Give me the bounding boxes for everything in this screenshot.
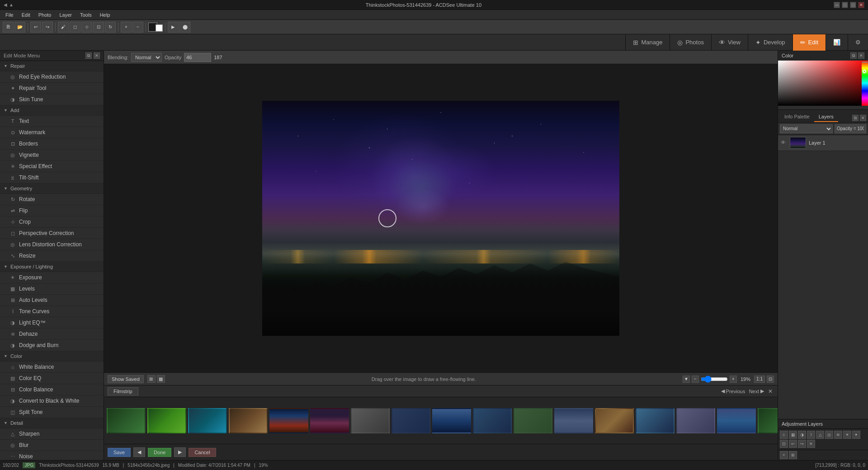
adj-btn-2[interactable]: ▦ (789, 431, 797, 439)
menu-special-effect[interactable]: ✳ Special Effect (0, 161, 104, 172)
menu-edit[interactable]: Edit (18, 11, 34, 19)
panel-float-btn[interactable]: ⧉ (85, 52, 92, 59)
tab-layers[interactable]: Layers (814, 112, 838, 122)
crop-tool[interactable]: ⊡ (93, 22, 104, 33)
adj-btn-9[interactable]: ✦ (852, 431, 860, 439)
play-btn[interactable]: ▶ (168, 22, 179, 33)
canvas-area[interactable] (104, 64, 778, 372)
brush-tool[interactable]: 🖌 (58, 22, 69, 33)
open-btn[interactable]: 📂 (14, 22, 25, 33)
prev-photo-btn[interactable]: ◀ (133, 447, 145, 457)
adj-btn-6[interactable]: ◎ (825, 431, 833, 439)
filmstrip-thumb-8[interactable] (392, 408, 430, 433)
restore-btn[interactable]: □ (842, 2, 848, 8)
layer-1-entry[interactable]: 👁 Layer 1 (778, 135, 868, 151)
adj-btn-10[interactable]: ⊡ (780, 440, 788, 448)
zoom-dropdown-btn[interactable]: ▼ (683, 376, 690, 383)
undo-btn[interactable]: ↩ (30, 22, 41, 33)
adj-btn-5[interactable]: △ (816, 431, 824, 439)
menu-borders[interactable]: ⊡ Borders (0, 138, 104, 150)
canvas-image[interactable] (262, 101, 619, 336)
zoom-in[interactable]: + (121, 22, 132, 33)
menu-dodge-burn[interactable]: ◑ Dodge and Burn (0, 340, 104, 351)
next-photo-btn[interactable]: ▶ (174, 447, 186, 457)
select-tool[interactable]: ⊹ (81, 22, 92, 33)
filmstrip-thumb-17[interactable] (758, 408, 778, 433)
ratio-btn[interactable]: 1:1 (754, 376, 765, 383)
filmstrip-thumb-10[interactable] (473, 408, 512, 433)
adj-btn-13[interactable]: ✕ (807, 440, 815, 448)
cancel-button[interactable]: Cancel (189, 448, 216, 457)
section-add[interactable]: ▼ Add (0, 105, 104, 116)
histogram-btn[interactable]: ▦ (157, 375, 165, 383)
rotate-tool[interactable]: ↻ (105, 22, 116, 33)
menu-lens-distortion[interactable]: ◎ Lens Distortion Correction (0, 239, 104, 250)
minimize-btn[interactable]: ─ (834, 2, 840, 8)
menu-color-eq[interactable]: ▤ Color EQ (0, 373, 104, 384)
tab-edit[interactable]: ✏ Edit (793, 34, 826, 51)
menu-file[interactable]: File (2, 11, 17, 19)
menu-light-eq[interactable]: ◑ Light EQ™ (0, 317, 104, 329)
menu-noise[interactable]: ⋯ Noise (0, 451, 104, 460)
section-repair[interactable]: ▼ Repair (0, 61, 104, 71)
tab-manage[interactable]: ⊞ Manage (625, 34, 670, 51)
layers-panel-float[interactable]: ⧉ (852, 115, 859, 121)
menu-watermark[interactable]: ⊙ Watermark (0, 127, 104, 138)
filmstrip-thumb-2[interactable] (147, 408, 186, 433)
layout-btn[interactable]: ⊞ (147, 375, 156, 383)
new-btn[interactable]: 🖹 (3, 22, 14, 33)
tab-charts[interactable]: 📊 (826, 34, 848, 51)
menu-skin-tune[interactable]: ◑ Skin Tune (0, 94, 104, 105)
menu-split-tone[interactable]: ◫ Split Tone (0, 407, 104, 418)
filmstrip-thumb-7[interactable] (351, 408, 390, 433)
tab-settings[interactable]: ⚙ (848, 34, 868, 51)
filmstrip-thumb-5[interactable] (269, 408, 308, 433)
menu-red-eye[interactable]: ◎ Red Eye Reduction (0, 71, 104, 83)
stop-btn[interactable]: ⬤ (179, 22, 190, 33)
menu-repair-tool[interactable]: ✦ Repair Tool (0, 83, 104, 94)
menu-sharpen[interactable]: △ Sharpen (0, 428, 104, 440)
filmstrip-thumb-9[interactable] (432, 408, 471, 433)
menu-crop[interactable]: ⊹ Crop (0, 216, 104, 228)
blending-select[interactable]: Normal Multiply Screen Overlay (131, 53, 162, 62)
background-color[interactable] (156, 24, 163, 32)
section-geometry[interactable]: ▼ Geometry (0, 183, 104, 194)
tab-photos[interactable]: ◎ Photos (670, 34, 711, 51)
menu-vignette[interactable]: ◎ Vignette (0, 150, 104, 161)
adj-btn-7[interactable]: ≋ (834, 431, 842, 439)
redo-btn[interactable]: ↪ (42, 22, 53, 33)
menu-exposure[interactable]: ☀ Exposure (0, 272, 104, 283)
filmstrip-thumb-3[interactable] (188, 408, 227, 433)
section-color[interactable]: ▼ Color (0, 351, 104, 362)
filmstrip-thumb-13[interactable] (595, 408, 634, 433)
menu-text[interactable]: T Text (0, 116, 104, 127)
menu-bw[interactable]: ◑ Convert to Black & White (0, 395, 104, 407)
filmstrip-thumb-6[interactable] (310, 408, 349, 433)
filmstrip-thumb-14[interactable] (636, 408, 675, 433)
save-button[interactable]: Save (108, 448, 131, 457)
filmstrip-next-btn[interactable]: Next ▶ (749, 388, 764, 394)
menu-rotate[interactable]: ↻ Rotate (0, 194, 104, 205)
menu-dehaze[interactable]: ≋ Dehaze (0, 329, 104, 340)
show-saved-btn[interactable]: Show Saved (108, 375, 144, 383)
menu-blur[interactable]: ◎ Blur (0, 440, 104, 451)
adj-btn-r2[interactable]: ⊞ (789, 451, 797, 459)
filmstrip-thumb-12[interactable] (554, 408, 593, 433)
layers-panel-close[interactable]: ✕ (860, 115, 866, 121)
menu-tone-curves[interactable]: ⌇ Tone Curves (0, 306, 104, 317)
close-btn[interactable]: ✕ (858, 2, 864, 8)
tab-develop[interactable]: ✦ Develop (748, 34, 793, 51)
section-exposure[interactable]: ▼ Exposure / Lighting (0, 262, 104, 272)
menu-levels[interactable]: ▦ Levels (0, 283, 104, 295)
menu-tools[interactable]: Tools (76, 11, 95, 19)
filmstrip-tab[interactable]: Filmstrip (108, 387, 138, 395)
zoom-minus-btn[interactable]: − (692, 376, 699, 383)
filmstrip-thumb-11[interactable] (514, 408, 552, 433)
filmstrip-thumb-16[interactable] (717, 408, 756, 433)
adj-btn-12[interactable]: ↪ (798, 440, 806, 448)
filmstrip-prev-btn[interactable]: ◀ Previous (721, 388, 745, 394)
adj-btn-3[interactable]: ◑ (798, 431, 806, 439)
fit-btn[interactable]: ⊡ (767, 376, 774, 383)
color-panel-close[interactable]: ✕ (858, 52, 864, 59)
zoom-out[interactable]: − (132, 22, 143, 33)
